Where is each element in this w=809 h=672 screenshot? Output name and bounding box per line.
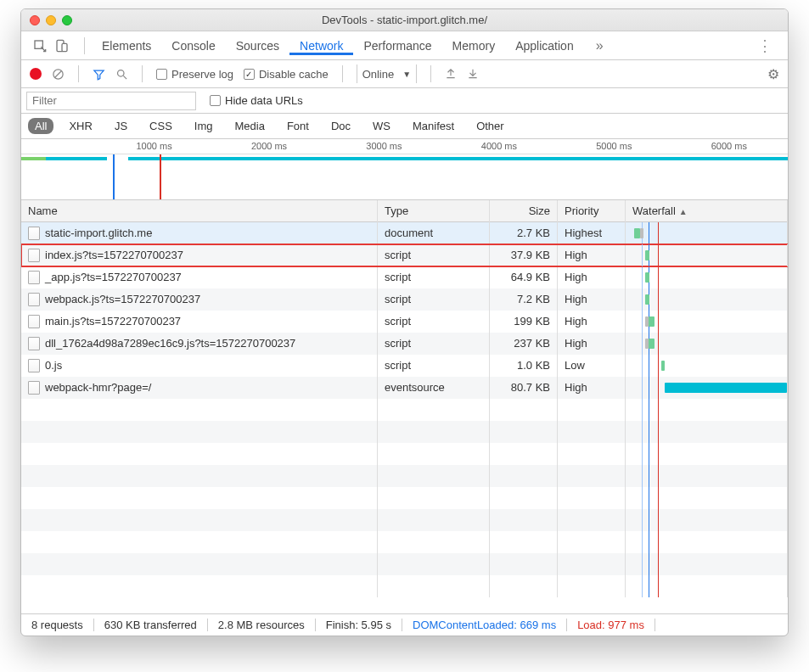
table-row-empty — [21, 553, 788, 575]
type-filter-img[interactable]: Img — [188, 118, 220, 134]
filter-icon[interactable] — [93, 68, 105, 81]
waterfall-marker — [658, 288, 659, 311]
type-filter-manifest[interactable]: Manifest — [406, 118, 461, 134]
table-row[interactable]: dll_1762a4d98a7289ec16c9.js?ts=157227070… — [21, 333, 788, 355]
waterfall-marker — [658, 244, 659, 266]
request-name: webpack.js?ts=1572270700237 — [45, 288, 200, 311]
waterfall-bar — [649, 316, 655, 327]
request-waterfall — [626, 288, 788, 311]
status-bar: 8 requests 630 KB transferred 2.8 MB res… — [21, 613, 788, 636]
filter-row: Hide data URLs — [21, 88, 788, 114]
column-type[interactable]: Type — [378, 200, 490, 222]
waterfall-bar — [665, 383, 787, 393]
waterfall-marker — [658, 333, 659, 355]
tab-sources[interactable]: Sources — [226, 39, 289, 53]
type-filters: AllXHRJSCSSImgMediaFontDocWSManifestOthe… — [21, 114, 788, 139]
tab-elements[interactable]: Elements — [92, 39, 161, 53]
table-row-empty — [21, 487, 788, 509]
device-toolbar-icon[interactable] — [55, 39, 69, 53]
overview-bar — [128, 157, 788, 160]
column-priority[interactable]: Priority — [558, 200, 626, 222]
tab-network[interactable]: Network — [289, 39, 353, 55]
tab-console[interactable]: Console — [161, 39, 225, 53]
timeline-tick: 1000 ms — [136, 141, 171, 151]
filter-input[interactable] — [26, 92, 196, 110]
table-row-empty — [21, 509, 788, 531]
search-icon[interactable] — [115, 68, 128, 81]
request-type: script — [378, 244, 490, 266]
table-row[interactable]: main.js?ts=1572270700237script199 KBHigh — [21, 311, 788, 333]
waterfall-bar — [661, 361, 665, 371]
window-title: DevTools - static-import.glitch.me/ — [21, 14, 788, 26]
request-priority: High — [558, 244, 626, 266]
file-icon — [28, 293, 40, 306]
kebab-menu-icon[interactable]: ⋮ — [745, 36, 784, 55]
column-size[interactable]: Size — [490, 200, 558, 222]
type-filter-doc[interactable]: Doc — [324, 118, 357, 134]
timeline-tick: 2000 ms — [251, 141, 287, 151]
upload-har-icon[interactable] — [445, 68, 457, 80]
preserve-log-checkbox[interactable]: Preserve log — [156, 68, 233, 81]
type-filter-ws[interactable]: WS — [366, 118, 397, 134]
timeline-overview[interactable]: 1000 ms2000 ms3000 ms4000 ms5000 ms6000 … — [21, 139, 788, 200]
table-row[interactable]: webpack.js?ts=1572270700237script7.2 KBH… — [21, 288, 788, 311]
tab-application[interactable]: Application — [505, 39, 584, 53]
type-filter-media[interactable]: Media — [228, 118, 271, 134]
table-row[interactable]: static-import.glitch.medocument2.7 KBHig… — [21, 222, 788, 244]
more-tabs-icon[interactable]: » — [587, 38, 612, 53]
table-row[interactable]: webpack-hmr?page=/eventsource80.7 KBHigh — [21, 377, 788, 399]
file-icon — [28, 271, 40, 284]
request-size: 80.7 KB — [490, 377, 558, 399]
disable-cache-checkbox[interactable]: Disable cache — [244, 68, 329, 81]
waterfall-marker — [642, 311, 643, 333]
request-name: _app.js?ts=1572270700237 — [45, 266, 182, 288]
tab-memory[interactable]: Memory — [442, 39, 506, 53]
request-priority: Highest — [558, 222, 626, 244]
table-row[interactable]: _app.js?ts=1572270700237script64.9 KBHig… — [21, 266, 788, 288]
request-size: 237 KB — [490, 333, 558, 355]
waterfall-marker — [658, 377, 659, 399]
disable-cache-label: Disable cache — [259, 68, 329, 81]
request-waterfall — [626, 333, 788, 355]
clear-icon[interactable] — [52, 68, 65, 81]
type-filter-css[interactable]: CSS — [143, 118, 179, 134]
status-load: Load: 977 ms — [567, 619, 655, 631]
table-row[interactable]: index.js?ts=1572270700237script37.9 KBHi… — [21, 244, 788, 266]
tab-performance[interactable]: Performance — [353, 39, 441, 53]
type-filter-all[interactable]: All — [28, 118, 53, 134]
file-icon — [28, 359, 40, 372]
download-har-icon[interactable] — [467, 68, 479, 80]
type-filter-font[interactable]: Font — [280, 118, 316, 134]
type-filter-js[interactable]: JS — [108, 118, 134, 134]
type-filter-other[interactable]: Other — [469, 118, 511, 134]
chevron-down-icon: ▼ — [402, 70, 411, 79]
throttling-select[interactable]: Online ▼ — [357, 64, 417, 83]
waterfall-marker — [658, 222, 659, 244]
table-row[interactable]: 0.jsscript1.0 KBLow — [21, 355, 788, 377]
inspect-element-icon[interactable] — [33, 39, 47, 53]
request-name: index.js?ts=1572270700237 — [45, 244, 183, 266]
timeline-tick: 3000 ms — [366, 141, 402, 151]
waterfall-marker — [649, 222, 649, 244]
table-row-empty — [21, 443, 788, 465]
request-size: 199 KB — [490, 311, 558, 333]
column-waterfall[interactable]: Waterfall▲ — [626, 200, 788, 222]
request-name: dll_1762a4d98a7289ec16c9.js?ts=157227070… — [45, 333, 295, 355]
record-button[interactable] — [30, 68, 42, 80]
waterfall-bar — [645, 250, 650, 260]
status-resources: 2.8 MB resources — [208, 619, 316, 631]
column-name[interactable]: Name — [21, 200, 378, 222]
gear-icon[interactable]: ⚙ — [767, 66, 779, 82]
file-icon — [28, 315, 40, 328]
timeline-tick: 5000 ms — [596, 141, 632, 151]
titlebar: DevTools - static-import.glitch.me/ — [21, 9, 788, 31]
table-row-empty — [21, 399, 788, 421]
waterfall-marker — [658, 355, 659, 377]
table-row-empty — [21, 421, 788, 443]
hide-data-urls-checkbox[interactable]: Hide data URLs — [210, 94, 303, 107]
type-filter-xhr[interactable]: XHR — [62, 118, 98, 134]
waterfall-marker — [642, 266, 643, 288]
status-finish: Finish: 5.95 s — [316, 619, 402, 631]
waterfall-marker — [642, 244, 643, 266]
request-priority: High — [558, 266, 626, 288]
